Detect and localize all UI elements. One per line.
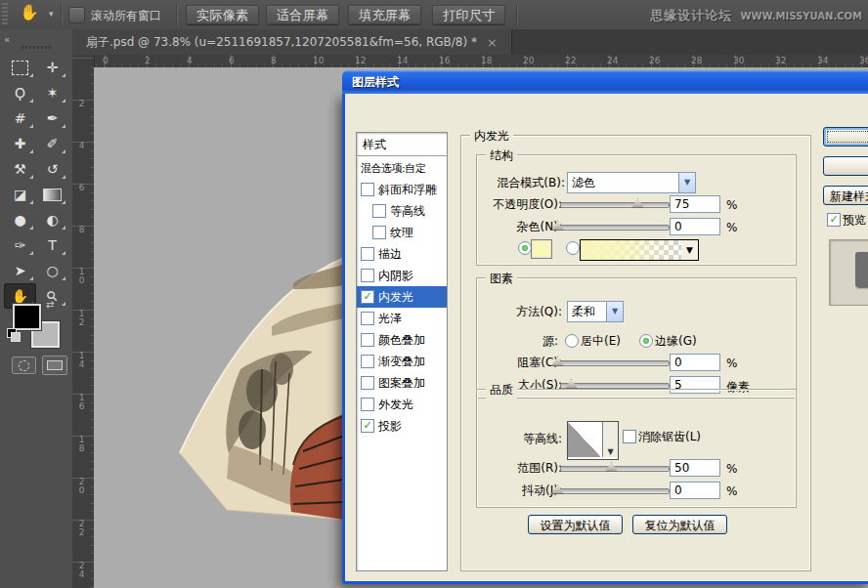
noise-slider[interactable] [560, 225, 670, 231]
lasso-tool[interactable]: Ϙ [4, 80, 36, 105]
foreground-color-swatch[interactable] [13, 304, 41, 330]
new-style-button[interactable]: 新建样式 [823, 186, 868, 205]
style-item-satin[interactable]: 光泽 [357, 308, 447, 329]
choke-input[interactable] [670, 354, 720, 371]
checkbox[interactable] [361, 183, 374, 196]
dialog-title-bar[interactable]: 图层样式 [342, 70, 868, 94]
technique-select[interactable]: 柔和 ▼ [567, 301, 624, 322]
hand-tool-icon[interactable]: ✋ [20, 3, 39, 21]
move-tool[interactable]: ✛ [36, 55, 68, 80]
glow-color-swatch[interactable] [531, 239, 552, 259]
collapse-panel-icon[interactable]: « [4, 34, 8, 45]
magic-wand-tool[interactable]: ✶ [36, 80, 68, 105]
fill-screen-button[interactable]: 填充屏幕 [348, 5, 421, 24]
options-bar-grip[interactable] [2, 3, 8, 26]
contour-picker[interactable]: ▼ [567, 421, 619, 460]
eyedropper-tool[interactable]: ✒ [36, 105, 68, 131]
swap-colors-icon[interactable]: ⇄ [46, 299, 54, 310]
preview-checkbox[interactable]: ✓ [827, 213, 841, 227]
noise-unit: % [726, 221, 737, 234]
fit-screen-button[interactable]: 适合屏幕 [266, 5, 339, 24]
jitter-slider[interactable] [560, 488, 670, 494]
checkbox[interactable] [361, 376, 374, 390]
style-item-outer-glow[interactable]: 外发光 [357, 394, 447, 415]
eraser-tool[interactable]: ◪ [4, 182, 36, 207]
actual-pixels-button[interactable]: 实际像素 [186, 5, 259, 24]
style-item-pattern-overlay[interactable]: 图案叠加 [357, 372, 447, 394]
scroll-all-windows-checkbox[interactable] [68, 7, 85, 23]
default-colors-icon[interactable] [7, 328, 21, 342]
contour-arrow-icon[interactable]: ▼ [602, 422, 618, 457]
range-input[interactable] [670, 459, 720, 477]
screen-mode-button[interactable] [42, 356, 67, 375]
tab-close-icon[interactable]: × [487, 35, 498, 50]
glow-gradient-arrow-icon[interactable]: ▼ [681, 239, 699, 261]
gradient-tool[interactable] [36, 182, 68, 207]
cancel-button[interactable] [823, 156, 868, 176]
checkbox[interactable] [361, 312, 374, 325]
checkbox[interactable] [361, 269, 374, 282]
checkbox[interactable] [372, 204, 386, 218]
checkbox[interactable] [361, 355, 374, 368]
lasso-icon: Ϙ [15, 85, 25, 101]
path-selection-tool[interactable]: ➤ [4, 258, 36, 283]
styles-list-header[interactable]: 样式 [357, 133, 447, 154]
choke-slider[interactable] [560, 360, 670, 366]
glow-gradient-bar[interactable] [580, 239, 683, 261]
glow-color-radio[interactable] [518, 241, 532, 255]
blend-mode-select[interactable]: 滤色 ▼ [567, 172, 696, 193]
noise-label: 杂色(N): [484, 219, 562, 235]
opacity-input[interactable] [670, 195, 720, 213]
pen-tool[interactable]: ✑ [4, 232, 36, 258]
blending-options-item[interactable]: 混合选项:自定 [357, 158, 447, 179]
print-size-button[interactable]: 打印尺寸 [432, 5, 505, 24]
spot-healing-brush-tool[interactable]: ✚ [4, 131, 36, 156]
style-item-color-overlay[interactable]: 颜色叠加 [357, 329, 447, 351]
source-edge-radio[interactable] [639, 334, 653, 348]
checkbox-checked[interactable]: ✓ [361, 419, 374, 433]
document-tab[interactable]: 扇子.psd @ 73.8% (u=2511691857,1207205581&… [72, 29, 512, 55]
hand-tool-preset-arrow-icon[interactable]: ▾ [49, 9, 54, 19]
elements-group-label: 图素 [486, 271, 517, 287]
jitter-input[interactable] [670, 482, 720, 499]
contour-label: 等高线: [503, 431, 562, 447]
checkbox[interactable] [372, 226, 386, 239]
style-item-inner-shadow[interactable]: 内阴影 [357, 265, 447, 286]
blur-tool[interactable]: ● [4, 207, 36, 232]
chevron-down-icon[interactable]: ▼ [678, 173, 695, 192]
style-item-texture[interactable]: 纹理 [357, 222, 447, 243]
style-item-drop-shadow[interactable]: ✓投影 [357, 415, 447, 437]
checkbox[interactable] [361, 398, 374, 411]
pen-icon: ✑ [15, 237, 26, 253]
glow-gradient-radio[interactable] [566, 241, 580, 255]
history-brush-tool[interactable]: ↺ [36, 156, 68, 182]
noise-input[interactable] [670, 218, 720, 235]
ok-button[interactable] [823, 127, 868, 147]
type-tool[interactable]: T [36, 232, 68, 258]
ellipse-shape-tool[interactable]: ○ [36, 258, 68, 283]
style-item-bevel-emboss[interactable]: 斜面和浮雕 [357, 179, 447, 200]
antialias-checkbox[interactable] [623, 430, 636, 443]
style-item-gradient-overlay[interactable]: 渐变叠加 [357, 351, 447, 372]
document-tab-bar: 扇子.psd @ 73.8% (u=2511691857,1207205581&… [72, 29, 868, 56]
rectangular-marquee-tool[interactable] [4, 55, 36, 80]
chevron-down-icon[interactable]: ▼ [606, 302, 623, 321]
style-item-stroke[interactable]: 描边 [357, 243, 447, 265]
reset-default-button[interactable]: 复位为默认值 [632, 515, 727, 534]
history-brush-icon: ↺ [47, 161, 59, 177]
dodge-tool[interactable]: ◐ [36, 207, 68, 232]
set-default-button[interactable]: 设置为默认值 [528, 515, 623, 534]
separator [516, 4, 518, 25]
checkbox-checked[interactable]: ✓ [361, 290, 374, 304]
style-item-inner-glow[interactable]: ✓内发光 [357, 286, 447, 308]
quick-mask-mode-button[interactable] [12, 357, 36, 374]
checkbox[interactable] [361, 333, 374, 347]
clone-stamp-tool[interactable]: ⚒ [4, 156, 36, 182]
panel-grip[interactable] [22, 46, 51, 49]
checkbox[interactable] [361, 247, 374, 261]
crop-tool[interactable]: # [4, 105, 36, 131]
style-item-contour[interactable]: 等高线 [357, 200, 447, 222]
source-center-radio[interactable] [565, 334, 579, 348]
brush-tool[interactable]: ✐ [36, 131, 68, 156]
opacity-slider[interactable] [560, 202, 670, 208]
